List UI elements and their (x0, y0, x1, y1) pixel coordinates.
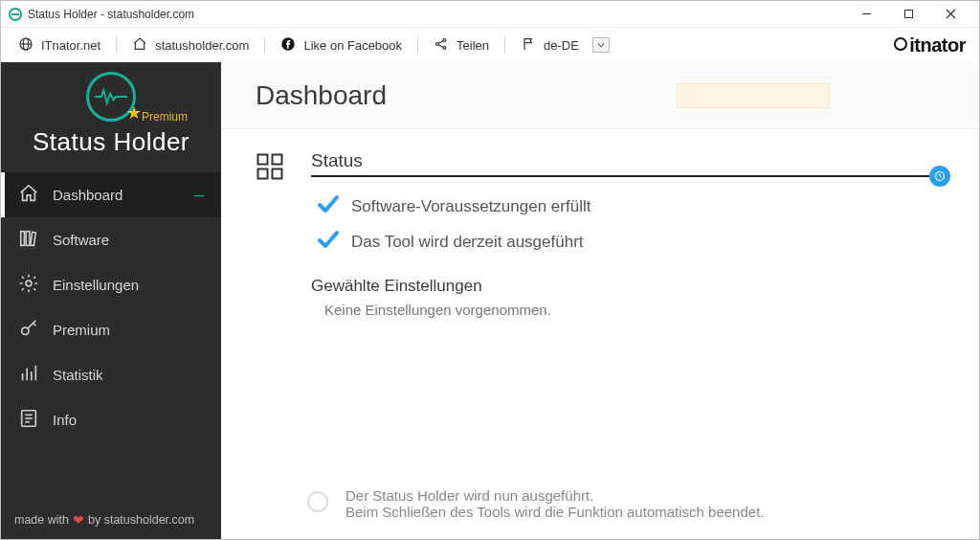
footer-note: Der Status Holder wird nun ausgeführt. B… (307, 487, 945, 520)
svg-rect-28 (273, 155, 282, 165)
window-minimize-button[interactable] (845, 1, 887, 28)
status-check-row: Software-Voraussetzungen erfüllt (311, 192, 945, 220)
brand-text: itnator (909, 34, 966, 56)
status-check-text: Software-Voraussetzungen erfüllt (351, 197, 590, 216)
status-heading: Status (311, 150, 945, 171)
status-check-text: Das Tool wird derzeit ausgeführt (351, 233, 584, 252)
sidebar-item-premium[interactable]: Premium (1, 307, 221, 352)
check-icon (317, 192, 340, 220)
svg-rect-14 (21, 232, 25, 246)
svg-rect-27 (258, 155, 268, 165)
toolbar-link-label: Teilen (457, 38, 489, 53)
footer-suffix: by statusholder.com (88, 513, 194, 527)
sidebar-item-label: Software (53, 232, 109, 248)
svg-point-18 (22, 327, 29, 334)
stats-icon (18, 363, 39, 387)
svg-point-8 (436, 42, 439, 45)
flag-icon (521, 36, 536, 55)
share-icon (434, 36, 449, 55)
svg-line-11 (438, 40, 443, 43)
grid-icon (256, 150, 288, 318)
toolbar-link-label: de-DE (544, 38, 579, 53)
footer-prefix: made with (14, 513, 69, 527)
toolbar-link-site[interactable]: statusholder.com (132, 36, 249, 55)
globe-icon (18, 36, 33, 55)
sidebar-item-einstellungen[interactable]: Einstellungen (1, 262, 221, 307)
sidebar-item-label: Dashboard (53, 187, 122, 203)
svg-rect-16 (31, 232, 36, 245)
svg-point-10 (443, 46, 446, 49)
sidebar-item-label: Statistik (53, 367, 103, 383)
toolbar-link-facebook[interactable]: Like on Facebook (280, 36, 402, 55)
sidebar-item-label: Info (53, 412, 77, 428)
sidebar-nav: Dashboard – Software Einstellungen Prem (1, 167, 221, 503)
home-icon (18, 183, 39, 207)
app-name: Status Holder (14, 127, 208, 157)
toolbar-separator (264, 36, 265, 54)
toolbar-separator (504, 36, 505, 54)
sidebar-item-dashboard[interactable]: Dashboard – (1, 172, 221, 217)
sidebar-item-label: Premium (53, 322, 110, 338)
status-divider (311, 175, 945, 177)
toolbar-link-label: ITnator.net (41, 38, 100, 53)
gear-icon (18, 273, 39, 297)
heart-icon: ❤ (73, 512, 84, 528)
status-ring-icon (307, 491, 328, 512)
clock-icon (929, 166, 950, 187)
content-header: Dashboard (221, 62, 979, 129)
window-maximize-button[interactable] (887, 1, 929, 28)
app-icon (9, 8, 22, 21)
svg-rect-15 (26, 232, 30, 246)
info-icon (18, 408, 39, 432)
toolbar-link-itnator[interactable]: ITnator.net (18, 36, 100, 55)
window-title: Status Holder - statusholder.com (28, 8, 194, 21)
sidebar-item-statistik[interactable]: Statistik (1, 352, 221, 397)
svg-rect-1 (904, 11, 912, 18)
sidebar-item-info[interactable]: Info (1, 397, 221, 442)
svg-point-17 (26, 281, 32, 286)
svg-rect-30 (273, 169, 282, 179)
sidebar-footer: made with ❤ by statusholder.com (1, 503, 221, 539)
toolbar-link-label: Like on Facebook (303, 38, 402, 53)
footer-note-line1: Der Status Holder wird nun ausgeführt. (345, 487, 764, 504)
brand-logo: itnator (894, 34, 966, 56)
content-area: Dashboard Status (221, 62, 979, 539)
header-placeholder-box (677, 83, 830, 108)
toolbar-separator (116, 36, 117, 54)
settings-heading: Gewählte Einstellungen (311, 277, 945, 296)
books-icon (18, 228, 39, 252)
app-toolbar: ITnator.net statusholder.com Like on Fac… (1, 28, 979, 62)
page-title: Dashboard (256, 80, 387, 111)
check-icon (317, 228, 340, 256)
premium-star-icon: ★ (126, 102, 142, 124)
status-check-row: Das Tool wird derzeit ausgeführt (311, 228, 945, 256)
toolbar-link-label: statusholder.com (155, 38, 249, 53)
language-dropdown-button[interactable] (592, 37, 610, 53)
window-titlebar: Status Holder - statusholder.com (1, 1, 979, 28)
toolbar-separator (417, 36, 418, 54)
facebook-icon (280, 36, 296, 55)
sidebar-item-label: Einstellungen (53, 277, 139, 293)
toolbar-link-language[interactable]: de-DE (521, 36, 610, 55)
sidebar: ★ Premium Status Holder Dashboard – Soft… (1, 62, 221, 539)
active-indicator-icon: – (194, 185, 204, 205)
premium-tag: Premium (142, 110, 188, 124)
key-icon (18, 318, 39, 342)
svg-line-12 (438, 44, 443, 47)
content-body: Status Software-Voraussetzungen erfüllt (221, 129, 979, 539)
settings-empty-text: Keine Einstellungen vorgenommen. (311, 302, 945, 318)
status-section: Status Software-Voraussetzungen erfüllt (256, 150, 945, 318)
window-close-button[interactable] (929, 1, 971, 28)
brand-dot-icon (894, 37, 907, 51)
toolbar-link-share[interactable]: Teilen (434, 36, 489, 55)
footer-note-line2: Beim Schließen des Tools wird die Funkti… (345, 504, 764, 520)
svg-rect-29 (258, 169, 268, 179)
window-controls (845, 1, 971, 28)
sidebar-header: ★ Premium Status Holder (1, 62, 221, 167)
svg-point-9 (443, 38, 446, 41)
home-icon (132, 36, 147, 55)
sidebar-item-software[interactable]: Software (1, 217, 221, 262)
